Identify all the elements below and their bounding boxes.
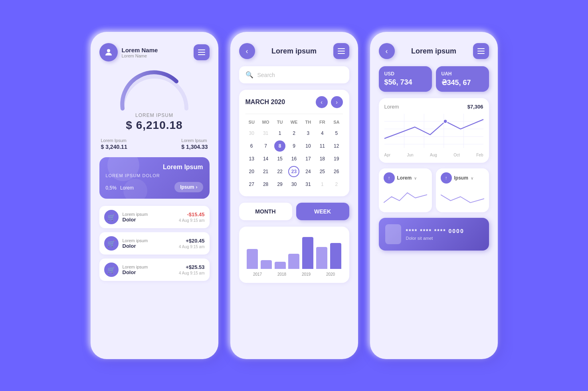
cal-day[interactable]: 24 <box>303 166 314 177</box>
tx-amount-3: +$25.53 <box>179 264 205 270</box>
svg-point-0 <box>107 49 110 52</box>
cal-day[interactable]: 26 <box>331 166 342 177</box>
cal-day[interactable]: 17 <box>303 153 314 164</box>
cal-day[interactable]: 29 <box>274 179 285 190</box>
cal-day[interactable]: 19 <box>331 153 342 164</box>
cal-day[interactable]: 18 <box>317 153 328 164</box>
cal-dow-we: WE <box>288 118 300 126</box>
menu-line-9 <box>477 53 485 54</box>
chart-x-feb: Feb <box>476 153 483 157</box>
month-toggle[interactable]: MONTH <box>239 203 292 220</box>
cal-day[interactable]: 20 <box>246 166 257 177</box>
view-toggle: MONTH WEEK <box>239 203 349 220</box>
gauge-value: $ 6,210.18 <box>126 119 182 132</box>
cal-day[interactable]: 27 <box>246 179 257 190</box>
calendar: MARCH 2020 ‹ › SU MO TU WE TH FR SA 30 3… <box>239 90 349 196</box>
cal-day[interactable]: 22 <box>274 166 285 177</box>
tx-right-1: -$15.45 4 Aug 9:15 am <box>179 211 205 223</box>
phone-screen-1: Lorem Name Lorem Name LOREM IPSUM $ 6,21… <box>91 32 218 359</box>
cal-day[interactable]: 12 <box>331 140 342 152</box>
currency-type-usd: USD <box>384 71 426 77</box>
cal-day[interactable]: 28 <box>260 179 271 190</box>
cal-day[interactable]: 31 <box>303 179 314 190</box>
cal-day[interactable]: 31 <box>260 128 271 139</box>
bar-chart-labels: 2017 2018 2019 2020 <box>245 272 343 276</box>
cal-dow-th: TH <box>302 118 314 126</box>
back-button-3[interactable]: ‹ <box>379 43 395 59</box>
currency-card-uah: UAH ₴345, 67 <box>436 66 489 92</box>
cal-day[interactable]: 30 <box>246 128 257 139</box>
cal-day[interactable]: 5 <box>331 128 342 139</box>
stat-label-2: Lorem Ipsum <box>181 138 208 143</box>
cal-day[interactable]: 7 <box>260 140 271 152</box>
cal-dow-mo: MO <box>259 118 272 126</box>
bar-1 <box>247 249 258 269</box>
phone1-header: Lorem Name Lorem Name <box>99 43 210 61</box>
menu-button-2[interactable] <box>333 43 349 59</box>
cal-day[interactable]: 11 <box>317 140 328 152</box>
cal-day-highlighted[interactable]: 8 <box>274 140 285 152</box>
tx-date-1: 4 Aug 9:15 am <box>179 218 205 223</box>
bar-3 <box>275 262 286 269</box>
tx-desc-3: Lorem ipsum <box>123 265 179 269</box>
tx-name-2: Dolor <box>123 243 179 249</box>
tx-amount-2: +$20.45 <box>179 238 205 244</box>
menu-line-2 <box>198 52 205 53</box>
bar-label-2020: 2020 <box>326 272 335 276</box>
calendar-prev[interactable]: ‹ <box>316 96 328 108</box>
chart-label: Lorem <box>384 104 399 110</box>
mini-svg-2 <box>441 187 484 207</box>
cal-day[interactable]: 25 <box>317 166 328 177</box>
cal-day[interactable]: 2 <box>288 128 299 139</box>
cal-day[interactable]: 13 <box>246 153 257 164</box>
stat-item-2: Lorem Ipsum $ 1,304.33 <box>181 138 208 150</box>
cal-day[interactable]: 16 <box>288 153 299 164</box>
cal-day[interactable]: 4 <box>317 128 328 139</box>
cal-day[interactable]: 6 <box>246 140 257 152</box>
cc-subtext: Dolor sit amet <box>406 236 464 241</box>
cc-number: **** **** **** 0000 <box>406 228 464 234</box>
cc-info: **** **** **** 0000 Dolor sit amet <box>406 228 464 241</box>
week-toggle[interactable]: WEEK <box>296 203 349 220</box>
cal-day[interactable]: 1 <box>317 179 328 190</box>
cal-day[interactable]: 21 <box>260 166 271 177</box>
mini-charts-row: ↑ Lorem ∨ ↑ Ipsum ∨ <box>379 168 489 212</box>
tx-amount-1: -$15.45 <box>179 211 205 217</box>
tx-right-2: +$20.45 4 Aug 9:15 am <box>179 238 205 249</box>
mini-chart-header-1: ↑ Lorem ∨ <box>384 172 427 184</box>
mini-label-1: Lorem <box>397 175 412 181</box>
line-chart-card: Lorem $7,306 Apr Jun Aug Oct Feb <box>379 98 489 163</box>
header-text-block: Lorem Name Lorem Name <box>122 47 194 58</box>
cal-dow-su: SU <box>245 118 258 126</box>
tx-name-1: Dolor <box>123 217 179 223</box>
stat-item-1: Lorem Ipsum $ 3,240.11 <box>101 138 127 150</box>
promo-button[interactable]: Ipsum › <box>174 182 203 192</box>
menu-button-3[interactable] <box>473 43 489 59</box>
calendar-grid: SU MO TU WE TH FR SA 30 31 1 2 3 4 5 6 7… <box>245 118 343 190</box>
search-bar[interactable]: 🔍 Search <box>239 66 349 83</box>
calendar-header: MARCH 2020 ‹ › <box>245 96 343 108</box>
menu-button[interactable] <box>194 44 210 60</box>
cal-day-circled[interactable]: 23 <box>288 166 299 177</box>
cal-day[interactable]: 10 <box>303 140 314 152</box>
back-button[interactable]: ‹ <box>239 43 255 59</box>
menu-line-6 <box>338 53 345 54</box>
stats-row: Lorem Ipsum $ 3,240.11 Lorem Ipsum $ 1,3… <box>99 138 210 150</box>
cal-day[interactable]: 9 <box>288 140 299 152</box>
menu-line-8 <box>477 51 485 51</box>
bar-group-4 <box>288 254 299 269</box>
credit-card: **** **** **** 0000 Dolor sit amet <box>379 218 489 251</box>
calendar-next[interactable]: › <box>331 96 343 108</box>
tx-icon-1: 🛒 <box>104 210 119 224</box>
cal-day[interactable]: 15 <box>274 153 285 164</box>
cal-day[interactable]: 3 <box>303 128 314 139</box>
cal-day[interactable]: 2 <box>331 179 342 190</box>
cal-day[interactable]: 14 <box>260 153 271 164</box>
cal-dow-fr: FR <box>316 118 329 126</box>
phone-screen-3: ‹ Lorem ipsum USD $56, 734 UAH ₴345, 67 … <box>370 32 498 359</box>
cal-day[interactable]: 1 <box>274 128 285 139</box>
mini-chart-2: ↑ Ipsum ∨ <box>436 168 489 212</box>
mini-arrow-1: ↑ <box>384 172 395 184</box>
mini-chart-header-2: ↑ Ipsum ∨ <box>441 172 484 184</box>
cal-day[interactable]: 30 <box>288 179 299 190</box>
